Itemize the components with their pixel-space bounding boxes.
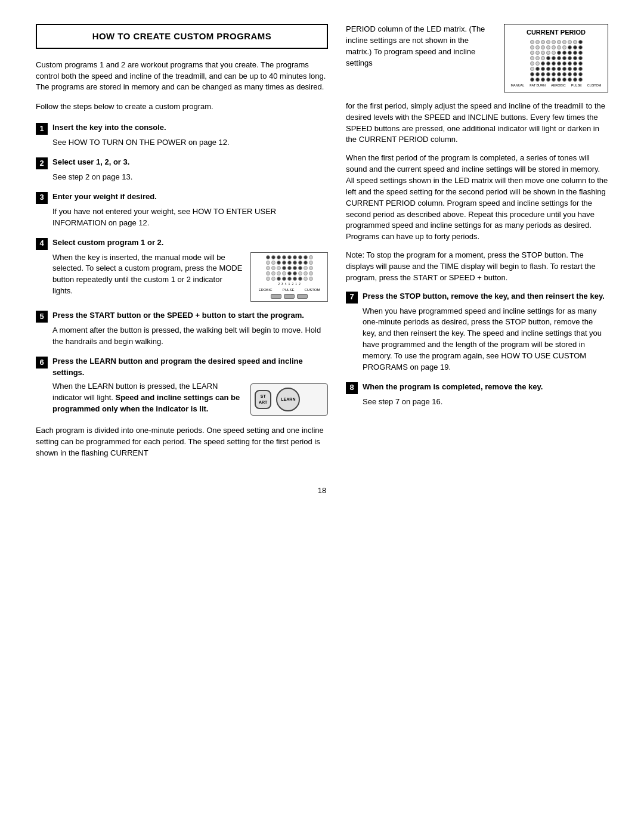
step-5-body: A moment after the button is pressed, th… xyxy=(52,325,328,348)
step-5: 5 Press the START button or the SPEED + … xyxy=(36,310,328,348)
step-8-header: 8 When the program is completed, remove … xyxy=(346,382,608,394)
step-8-number: 8 xyxy=(346,382,358,394)
step-5-title: Press the START button or the SPEED + bu… xyxy=(52,310,304,321)
page-title: HOW TO CREATE CUSTOM PROGRAMS xyxy=(45,30,318,43)
follow-paragraph: Follow the steps below to create a custo… xyxy=(36,101,328,113)
learn-button-image: START LEARN xyxy=(250,383,328,416)
step-8-body: See step 7 on page 16. xyxy=(363,397,608,408)
step-2: 2 Select user 1, 2, or 3. See step 2 on … xyxy=(36,157,328,183)
step-6-title: Press the LEARN button and program the d… xyxy=(52,356,328,379)
step-1-number: 1 xyxy=(36,123,48,135)
step-1-body: See HOW TO TURN ON THE POWER on page 12. xyxy=(52,137,328,148)
current-period-matrix xyxy=(508,40,604,82)
cp-label-fatburn: FAT BURN xyxy=(530,83,546,88)
step-4-body: When the key is inserted, the manual mod… xyxy=(52,252,244,297)
right-paragraph-1: for the first period, simply adjust the … xyxy=(346,101,608,145)
learn-button-shape: LEARN xyxy=(276,388,300,411)
left-bottom-paragraph: Each program is divided into one-minute … xyxy=(36,425,328,459)
cp-label-custom: CUSTOM xyxy=(587,83,602,88)
cp-label-pulse: PULSE xyxy=(571,83,582,88)
step-2-body: See step 2 on page 13. xyxy=(52,172,328,183)
left-column: HOW TO CREATE CUSTOM PROGRAMS Custom pro… xyxy=(36,24,328,467)
step-6-body-part1: When the LEARN button is pressed, the LE… xyxy=(52,381,244,415)
step-6-number: 6 xyxy=(36,357,48,368)
start-button-shape: START xyxy=(255,390,271,409)
step-8: 8 When the program is completed, remove … xyxy=(346,382,608,408)
step-3-title: Enter your weight if desired. xyxy=(52,191,157,203)
right-column: PERIOD column of the LED matrix. (The in… xyxy=(346,24,608,467)
step-3: 3 Enter your weight if desired. If you h… xyxy=(36,191,328,229)
step-3-body: If you have not entered your weight, see… xyxy=(52,206,328,229)
step-4-number: 4 xyxy=(36,238,48,250)
step-1-title: Insert the key into the console. xyxy=(52,122,166,134)
current-period-diagram: CURRENT PERIOD xyxy=(504,24,608,92)
intro-paragraph: Custom programs 1 and 2 are workout prog… xyxy=(36,60,328,94)
step-5-number: 5 xyxy=(36,311,48,323)
step-3-number: 3 xyxy=(36,192,48,204)
step-7-title: Press the STOP button, remove the key, a… xyxy=(363,291,605,302)
page-number: 18 xyxy=(36,485,608,497)
led-matrix-image: 2 3 4 1 2 1 2 EROBIC PULSE xyxy=(250,252,328,302)
step-1: 1 Insert the key into the console. See H… xyxy=(36,122,328,148)
current-period-label: CURRENT PERIOD xyxy=(508,28,604,38)
period-text: PERIOD column of the LED matrix. (The in… xyxy=(346,24,496,69)
cp-label-manual: MANUAL xyxy=(510,83,524,88)
step-4-title: Select custom program 1 or 2. xyxy=(52,237,163,249)
cp-label-aerobic: AEROBIC xyxy=(551,83,566,88)
step-4: 4 Select custom program 1 or 2. When the… xyxy=(36,237,328,302)
step-7: 7 Press the STOP button, remove the key,… xyxy=(346,291,608,373)
step-7-number: 7 xyxy=(346,292,358,304)
step-2-number: 2 xyxy=(36,157,48,169)
current-period-labels: MANUAL FAT BURN AEROBIC PULSE CUSTOM xyxy=(508,83,604,88)
period-text-block: PERIOD column of the LED matrix. (The in… xyxy=(346,24,496,69)
right-paragraph-3: Note: To stop the program for a moment, … xyxy=(346,250,608,284)
right-paragraph-2: When the first period of the program is … xyxy=(346,153,608,243)
step-6: 6 Press the LEARN button and program the… xyxy=(36,356,328,417)
step-6-bold: Speed and incline settings can be progra… xyxy=(52,393,240,413)
period-top-section: PERIOD column of the LED matrix. (The in… xyxy=(346,24,608,92)
step-7-body: When you have programmed speed and incli… xyxy=(363,306,608,373)
step-7-header: 7 Press the STOP button, remove the key,… xyxy=(346,291,608,304)
step-2-title: Select user 1, 2, or 3. xyxy=(52,157,129,168)
title-box: HOW TO CREATE CUSTOM PROGRAMS xyxy=(36,24,328,49)
step-8-title: When the program is completed, remove th… xyxy=(363,382,543,393)
